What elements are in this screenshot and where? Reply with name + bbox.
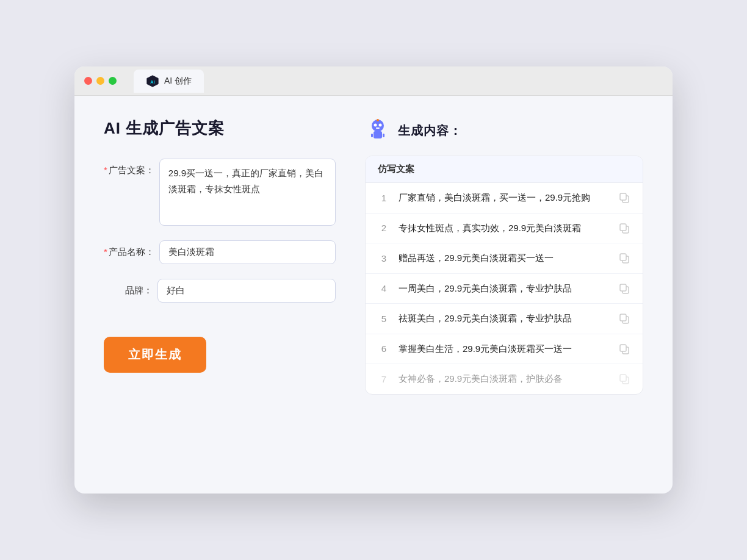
rows-container: 1 厂家直销，美白淡斑霜，买一送一，29.9元抢购 2 专抹女性斑点，真实功效，…: [366, 183, 643, 394]
row-text: 一周美白，29.9元美白淡斑霜，专业护肤品: [399, 282, 610, 296]
product-name-label: *产品名称：: [104, 240, 154, 258]
table-row: 7 女神必备，29.9元美白淡斑霜，护肤必备: [366, 364, 643, 394]
ad-text-label: *广告文案：: [104, 159, 154, 176]
close-button[interactable]: [84, 77, 92, 85]
svg-rect-16: [620, 254, 626, 260]
row-number: 2: [378, 223, 390, 233]
copy-icon[interactable]: [618, 312, 630, 325]
svg-rect-9: [371, 134, 373, 137]
row-number: 1: [378, 193, 390, 203]
page-title: AI 生成广告文案: [104, 118, 336, 139]
title-bar: AI AI 创作: [74, 66, 673, 96]
ad-text-input[interactable]: [159, 159, 336, 226]
svg-point-4: [374, 124, 377, 127]
row-text: 赠品再送，29.9元美白淡斑霜买一送一: [399, 251, 610, 265]
table-row: 1 厂家直销，美白淡斑霜，买一送一，29.9元抢购: [366, 183, 643, 214]
row-number: 4: [378, 283, 390, 293]
copy-icon[interactable]: [618, 192, 630, 204]
left-panel: AI 生成广告文案 *广告文案： *产品名称： 品牌： 立即生成: [104, 118, 336, 395]
table-row: 3 赠品再送，29.9元美白淡斑霜买一送一: [366, 243, 643, 274]
row-text: 祛斑美白，29.9元美白淡斑霜，专业护肤品: [399, 312, 610, 326]
copy-icon[interactable]: [618, 343, 630, 355]
copy-icon[interactable]: [618, 252, 630, 264]
row-number: 3: [378, 253, 390, 264]
tab-ai-create[interactable]: AI AI 创作: [134, 70, 204, 93]
product-name-group: *产品名称：: [104, 240, 336, 264]
maximize-button[interactable]: [109, 77, 117, 85]
brand-label: 品牌：: [104, 279, 153, 296]
svg-rect-24: [620, 375, 626, 381]
svg-rect-14: [620, 224, 626, 231]
traffic-lights: [84, 77, 117, 85]
brand-group: 品牌：: [104, 279, 336, 303]
copy-icon[interactable]: [618, 222, 630, 234]
svg-rect-12: [620, 193, 626, 200]
required-star-1: *: [104, 165, 107, 175]
browser-window: AI AI 创作 AI 生成广告文案 *广告文案： *产品名称：: [74, 66, 673, 494]
row-number: 5: [378, 314, 390, 324]
result-header: 生成内容：: [365, 118, 643, 143]
row-text: 厂家直销，美白淡斑霜，买一送一，29.9元抢购: [399, 191, 610, 205]
row-number: 7: [378, 374, 390, 384]
table-row: 2 专抹女性斑点，真实功效，29.9元美白淡斑霜: [366, 214, 643, 244]
result-table: 仿写文案 1 厂家直销，美白淡斑霜，买一送一，29.9元抢购 2 专抹女性斑点，…: [365, 156, 643, 395]
svg-rect-6: [376, 127, 380, 129]
svg-rect-20: [620, 314, 626, 321]
content-area: AI 生成广告文案 *广告文案： *产品名称： 品牌： 立即生成: [74, 96, 673, 417]
result-title: 生成内容：: [398, 123, 462, 139]
copy-icon[interactable]: [618, 373, 630, 385]
svg-rect-18: [620, 284, 626, 291]
row-text: 专抹女性斑点，真实功效，29.9元美白淡斑霜: [399, 221, 610, 235]
svg-point-8: [377, 119, 379, 121]
svg-text:AI: AI: [150, 79, 154, 84]
svg-rect-22: [620, 345, 626, 351]
minimize-button[interactable]: [96, 77, 104, 85]
brand-input[interactable]: [157, 279, 336, 303]
table-row: 5 祛斑美白，29.9元美白淡斑霜，专业护肤品: [366, 304, 643, 334]
svg-point-5: [379, 124, 382, 127]
row-text: 掌握美白生活，29.9元美白淡斑霜买一送一: [399, 342, 610, 356]
row-number: 6: [378, 343, 390, 354]
generate-button[interactable]: 立即生成: [104, 337, 206, 373]
tab-label: AI 创作: [164, 76, 192, 87]
right-panel: 生成内容： 仿写文案 1 厂家直销，美白淡斑霜，买一送一，29.9元抢购 2 专…: [365, 118, 643, 395]
copy-icon[interactable]: [618, 282, 630, 295]
ad-text-group: *广告文案：: [104, 159, 336, 226]
svg-rect-3: [374, 131, 382, 138]
table-header: 仿写文案: [366, 156, 643, 183]
robot-icon: [365, 118, 391, 143]
table-row: 4 一周美白，29.9元美白淡斑霜，专业护肤品: [366, 274, 643, 304]
svg-rect-10: [383, 134, 384, 137]
table-row: 6 掌握美白生活，29.9元美白淡斑霜买一送一: [366, 334, 643, 365]
product-name-input[interactable]: [159, 240, 336, 264]
row-text: 女神必备，29.9元美白淡斑霜，护肤必备: [399, 372, 610, 386]
required-star-2: *: [104, 246, 107, 257]
ai-tab-icon: AI: [146, 74, 159, 88]
